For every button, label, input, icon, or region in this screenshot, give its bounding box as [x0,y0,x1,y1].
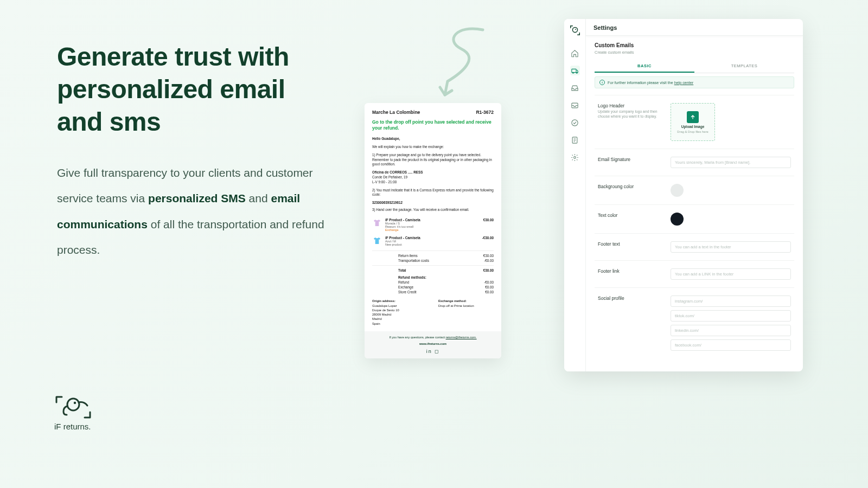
origin-address: Origin address: Guadalupe Lopez Duque de… [372,299,427,326]
upload-subtitle: Drag & Drop files here [677,130,708,133]
email-order: R1-3672 [476,110,494,115]
settings-app: Settings Custom Emails Create custom ema… [564,19,803,371]
method-value: -€0.00 [484,280,494,284]
tshirt-icon [372,236,382,246]
svg-point-3 [575,29,576,30]
pickup-hours: L-V 9:00 - 21:00 [372,180,494,185]
social-instagram-input[interactable] [671,296,791,307]
info-icon: i [599,80,605,85]
tab-bar: BASIC TEMPLATES [595,60,794,73]
footer-link-label: Footer link [598,268,663,280]
email-intro: We will explain you how to make the exch… [372,145,494,150]
logo-header-hint: Update your company logo and then choose… [598,110,663,119]
bg-color-swatch[interactable] [671,184,684,197]
total-label: Transportation costs [398,259,429,262]
footer-link-input[interactable] [671,268,791,280]
email-title: Go to the drop off point you have select… [372,119,494,131]
brand-name: iF returns. [54,422,98,431]
upload-title: Upload Image [681,125,705,129]
product-row: iF Product - Camiseta Morada / S Reason:… [372,216,494,234]
social-label: Social profile [598,296,663,354]
section-subtitle: Create custom emails [595,50,794,55]
reports-icon[interactable] [570,135,580,145]
headline: Generate trust with personalized email a… [57,41,328,138]
product-name: iF Product - Camiseta [385,218,480,222]
returns-icon[interactable] [570,66,580,75]
page-title: Settings [593,24,795,31]
tray-icon[interactable] [570,100,580,110]
product-price: €30.00 [483,218,494,222]
text-color-swatch[interactable] [671,213,684,226]
inbox-icon[interactable] [570,83,580,93]
method-value: €0.00 [485,285,494,289]
settings-icon[interactable] [570,152,580,162]
social-facebook-input[interactable] [671,339,791,351]
email-footer: If you have any questions, please contac… [365,331,501,358]
subcopy: Give full transparency to your clients a… [57,160,328,262]
bg-color-label: Backgroung color [598,184,663,197]
upload-dropzone[interactable]: Upload Image Drag & Drop files here [671,103,715,141]
total-value: €30.00 [483,254,494,258]
method-label: Store Credit [398,290,417,294]
footer-text-input[interactable] [671,241,791,253]
check-circle-icon[interactable] [570,118,580,127]
brand-lockup: iF returns. [54,395,98,431]
help-center-link[interactable]: help center [674,80,694,85]
total-label: Return items [398,254,418,258]
svg-point-8 [572,119,578,125]
nav-rail [564,19,586,371]
email-step3: 3) Hand over the package. You will recei… [372,208,494,213]
svg-point-0 [67,399,79,410]
text-color-label: Text color [598,213,663,226]
method-label: Exchange [398,285,413,289]
grand-total-label: Total [398,268,406,272]
product-exchange: Exchange [385,228,480,232]
product-price: -€30.00 [482,236,494,240]
logo-header-label: Logo Header [598,103,624,108]
exchange-method: Exchange method: Drop-off at Prime locat… [438,299,494,326]
info-banner: i For further information please visit t… [595,76,794,88]
method-label: Refund [398,280,409,284]
topbar: Settings [586,19,803,36]
product-row: iF Product - Camiseta Azul / M New produ… [372,234,494,248]
instagram-icon[interactable]: ◻ [435,349,439,354]
chameleon-icon [54,395,98,420]
methods-heading: Refund methods: [398,275,426,279]
svg-point-5 [572,72,573,73]
pickup-address: Conde De Peñalver, 19 [372,175,494,180]
grand-total-value: €30.00 [483,268,494,272]
marketing-column: Generate trust with personalized email a… [57,41,328,262]
decorative-arrow [423,24,494,106]
pickup-name: Oficina de CORREOS ..... RESS [372,170,494,175]
email-greeting: Hello Guadalupe, [372,137,494,142]
app-logo-icon [569,24,581,37]
svg-point-10 [574,156,576,158]
section-title: Custom Emails [595,42,794,48]
svg-point-1 [74,402,76,404]
social-linkedin-input[interactable] [671,325,791,336]
tab-templates[interactable]: TEMPLATES [694,60,794,73]
return-code: 3230006393219612 [372,201,494,204]
product-reason: New product [385,243,479,246]
svg-point-6 [576,72,577,73]
email-step1: 1) Prepare your package and go to the de… [372,153,494,167]
signature-input[interactable] [671,157,791,168]
linkedin-icon[interactable]: in [426,349,432,354]
site-link[interactable]: www.ifreturns.com [370,342,496,345]
product-name: iF Product - Camiseta [385,236,479,240]
upload-icon [687,111,699,123]
svg-rect-4 [572,69,576,72]
tab-basic[interactable]: BASIC [595,60,694,73]
email-store: Marche La Colombine [372,110,420,115]
signature-label: Email Signature [598,157,663,168]
svg-point-2 [572,28,577,33]
home-icon[interactable] [570,48,580,58]
total-value: -€0.00 [484,259,494,262]
contact-link[interactable]: returns@ifreturns.com. [446,336,477,339]
tshirt-icon [372,218,382,228]
footer-text-label: Footer text [598,241,663,253]
email-step2: 2) You must indicate that it is a Correo… [372,188,494,198]
social-tiktok-input[interactable] [671,310,791,322]
email-preview: Marche La Colombine R1-3672 Go to the dr… [365,103,501,358]
method-value: €0.00 [485,290,494,294]
